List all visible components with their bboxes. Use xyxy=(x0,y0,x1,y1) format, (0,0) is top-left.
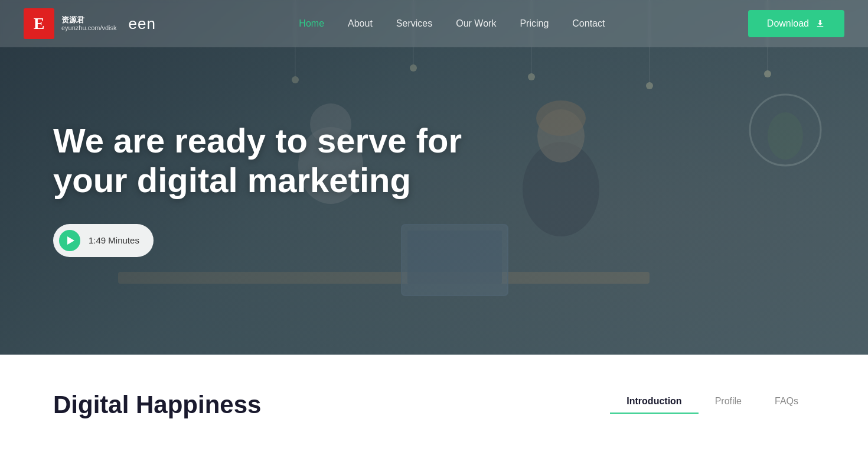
lower-section: Digital Happiness Introduction Profile F… xyxy=(0,355,868,443)
hero-title: We are ready to serve for your digital m… xyxy=(53,121,462,200)
logo-text-cn: 资源君 xyxy=(61,15,117,25)
nav-links: Home About Services Our Work Pricing Con… xyxy=(299,18,605,29)
nav-item-our-work[interactable]: Our Work xyxy=(456,18,496,29)
tab-faqs[interactable]: FAQs xyxy=(758,390,815,414)
download-icon xyxy=(815,18,825,29)
nav-link-home[interactable]: Home xyxy=(299,18,324,28)
nav-link-about[interactable]: About xyxy=(348,18,373,28)
download-button[interactable]: Download xyxy=(748,10,844,37)
lower-title: Digital Happiness xyxy=(53,390,261,420)
hero-title-line2: your digital marketing xyxy=(53,161,411,199)
nav-link-contact[interactable]: Contact xyxy=(572,18,605,28)
nav-link-our-work[interactable]: Our Work xyxy=(456,18,496,28)
nav-link-pricing[interactable]: Pricing xyxy=(520,18,549,28)
logo-name: een xyxy=(129,15,156,33)
logo-letter: E xyxy=(34,14,45,33)
hero-title-line1: We are ready to serve for xyxy=(53,121,462,160)
nav-item-home[interactable]: Home xyxy=(299,18,324,29)
tab-introduction[interactable]: Introduction xyxy=(610,390,698,414)
video-play-button[interactable]: 1:49 Minutes xyxy=(53,224,154,257)
navbar-left: E 资源君 eyunzhu.com/vdisk een xyxy=(24,8,156,39)
tabs-container: Introduction Profile FAQs xyxy=(610,390,815,414)
hero-content: We are ready to serve for your digital m… xyxy=(0,62,515,292)
nav-item-services[interactable]: Services xyxy=(396,18,432,29)
download-label: Download xyxy=(767,18,809,29)
nav-item-contact[interactable]: Contact xyxy=(572,18,605,29)
hero-section: We are ready to serve for your digital m… xyxy=(0,0,868,355)
logo-text-block: 资源君 eyunzhu.com/vdisk xyxy=(61,15,117,33)
nav-item-about[interactable]: About xyxy=(348,18,373,29)
logo-text-url: eyunzhu.com/vdisk xyxy=(61,24,117,32)
nav-item-pricing[interactable]: Pricing xyxy=(520,18,549,29)
video-duration: 1:49 Minutes xyxy=(89,235,139,245)
tab-profile[interactable]: Profile xyxy=(699,390,758,414)
play-icon xyxy=(59,230,80,251)
nav-link-services[interactable]: Services xyxy=(396,18,432,28)
navbar: E 资源君 eyunzhu.com/vdisk een Home About S… xyxy=(0,0,868,47)
logo-badge: E xyxy=(24,8,54,39)
lower-left: Digital Happiness xyxy=(53,390,261,420)
